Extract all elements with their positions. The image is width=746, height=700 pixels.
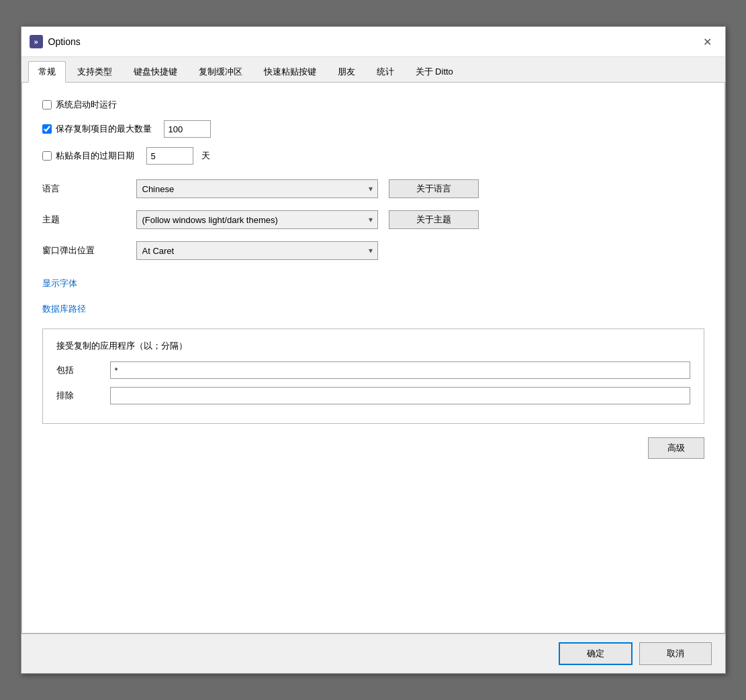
expire-checkbox[interactable]	[42, 151, 52, 161]
popup-position-row: 窗口弹出位置 At Caret At Mouse Fixed Position	[42, 241, 704, 260]
exclude-label: 排除	[56, 390, 110, 402]
app-icon: »	[30, 35, 43, 48]
theme-select[interactable]: (Follow windows light/dark themes) Light…	[136, 210, 378, 229]
tab-content: 系统启动时运行 保存复制项目的最大数量 粘贴条目的过期日期 天 语言 Chine…	[21, 83, 725, 633]
tab-clipboard-buffer[interactable]: 复制缓冲区	[189, 61, 252, 82]
title-bar-left: » Options	[30, 35, 81, 48]
tab-about[interactable]: 关于 Ditto	[406, 61, 463, 82]
popup-position-label: 窗口弹出位置	[42, 245, 136, 257]
display-font-link[interactable]: 显示字体	[42, 277, 704, 290]
tab-keyboard-shortcuts[interactable]: 键盘快捷键	[124, 61, 187, 82]
expire-label[interactable]: 粘贴条目的过期日期	[56, 150, 134, 162]
expire-unit: 天	[201, 150, 210, 162]
title-bar: » Options ✕	[21, 27, 725, 57]
theme-row: 主题 (Follow windows light/dark themes) Li…	[42, 210, 704, 229]
options-window: » Options ✕ 常规 支持类型 键盘快捷键 复制缓冲区 快速粘贴按键 朋…	[21, 26, 726, 674]
expire-input[interactable]	[146, 147, 193, 165]
startup-label[interactable]: 系统启动时运行	[56, 99, 117, 111]
bottom-bar: 确定 取消	[21, 633, 725, 673]
tabs-bar: 常规 支持类型 键盘快捷键 复制缓冲区 快速粘贴按键 朋友 统计 关于 Ditt…	[21, 57, 725, 83]
max-copies-row: 保存复制项目的最大数量	[42, 120, 704, 138]
language-select[interactable]: Chinese English Japanese Korean	[136, 179, 378, 198]
cancel-button[interactable]: 取消	[639, 642, 712, 665]
language-row: 语言 Chinese English Japanese Korean 关于语言	[42, 179, 704, 198]
tab-quick-paste[interactable]: 快速粘贴按键	[254, 61, 326, 82]
include-row: 包括	[56, 361, 690, 379]
advanced-button[interactable]: 高级	[648, 437, 704, 459]
close-button[interactable]: ✕	[698, 32, 717, 51]
tab-supported-types[interactable]: 支持类型	[67, 61, 122, 82]
exclude-row: 排除	[56, 387, 690, 404]
theme-about-button[interactable]: 关于主题	[389, 210, 479, 229]
tab-friends[interactable]: 朋友	[328, 61, 365, 82]
tab-general[interactable]: 常规	[28, 61, 66, 83]
apps-section: 接受复制的应用程序（以；分隔） 包括 排除	[42, 329, 704, 424]
startup-row: 系统启动时运行	[42, 99, 704, 111]
expire-row: 粘贴条目的过期日期 天	[42, 147, 704, 165]
popup-position-select[interactable]: At Caret At Mouse Fixed Position	[136, 241, 378, 260]
language-about-button[interactable]: 关于语言	[389, 179, 479, 198]
max-copies-label[interactable]: 保存复制项目的最大数量	[56, 123, 152, 135]
window-title: Options	[48, 36, 81, 47]
max-copies-input[interactable]	[164, 120, 211, 138]
include-label: 包括	[56, 364, 110, 376]
ok-button[interactable]: 确定	[559, 642, 633, 665]
language-label: 语言	[42, 183, 136, 195]
apps-section-title: 接受复制的应用程序（以；分隔）	[56, 340, 690, 352]
theme-select-wrapper: (Follow windows light/dark themes) Light…	[136, 210, 378, 229]
language-select-wrapper: Chinese English Japanese Korean	[136, 179, 378, 198]
max-copies-checkbox[interactable]	[42, 124, 52, 134]
include-input[interactable]	[110, 361, 690, 379]
startup-checkbox[interactable]	[42, 100, 52, 110]
tab-statistics[interactable]: 统计	[367, 61, 404, 82]
db-path-link[interactable]: 数据库路径	[42, 303, 704, 315]
theme-label: 主题	[42, 214, 136, 226]
exclude-input[interactable]	[110, 387, 690, 404]
popup-position-select-wrapper: At Caret At Mouse Fixed Position	[136, 241, 378, 260]
